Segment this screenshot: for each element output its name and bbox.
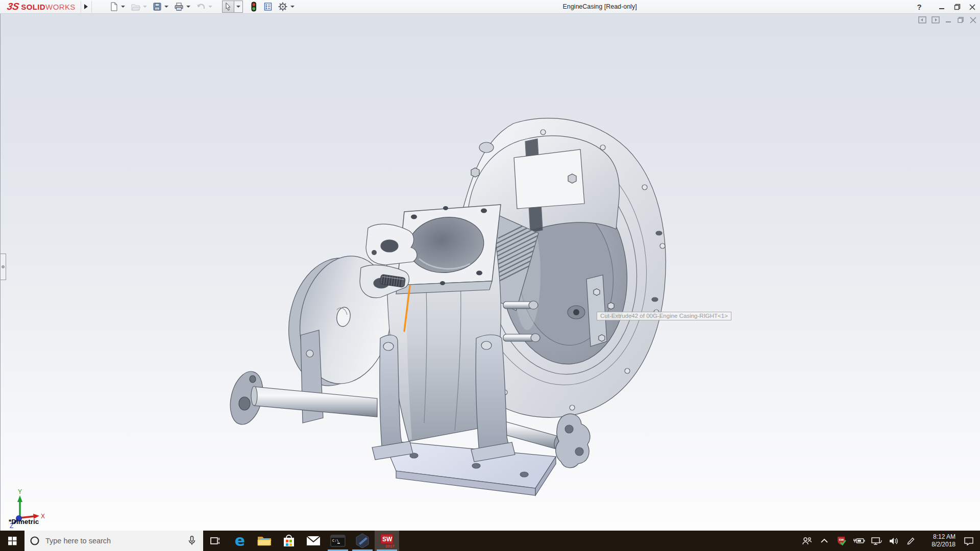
file-properties-button[interactable]	[262, 1, 274, 12]
people-button[interactable]	[798, 531, 816, 551]
rebuild-button[interactable]	[249, 1, 258, 12]
options-gear-icon	[278, 2, 288, 12]
microphone-icon[interactable]	[187, 535, 197, 546]
edge-icon: e	[235, 533, 245, 548]
command-prompt-icon: C:\	[330, 534, 346, 547]
options-dropdown-caret[interactable]	[290, 6, 295, 8]
triad-x-label: X	[41, 513, 45, 520]
windows-ink-button[interactable]	[902, 531, 920, 551]
feature-tooltip: Cut-Extrude42 of 00G-Engine Casing-RIGHT…	[597, 312, 731, 320]
solidworks-logo: 3S SOLID WORKS	[7, 1, 76, 12]
clock-time: 8:12 AM	[933, 533, 955, 541]
quick-access-toolbar	[106, 1, 297, 13]
restore-icon	[954, 4, 961, 10]
feature-tree-collapsed-tab[interactable]	[1, 254, 6, 280]
window-controls: ?	[912, 0, 980, 14]
svg-text:2017: 2017	[385, 544, 395, 548]
svg-text:SW: SW	[382, 536, 393, 543]
open-dropdown-caret	[143, 6, 147, 8]
taskbar-app-store[interactable]	[277, 531, 301, 551]
taskbar-app-file-explorer[interactable]	[252, 531, 277, 551]
minimize-button[interactable]	[934, 0, 949, 14]
app-titlebar: 3S SOLID WORKS E	[0, 0, 980, 14]
edrawings-hexagon-icon	[355, 533, 370, 548]
taskbar-app-edge[interactable]: e	[228, 531, 252, 551]
undo-dropdown-caret	[208, 6, 212, 8]
taskbar-app-command-prompt[interactable]: C:\	[326, 531, 350, 551]
action-center-button[interactable]	[958, 531, 980, 551]
print-button[interactable]	[173, 1, 185, 12]
taskbar-app-edrawings[interactable]	[350, 531, 375, 551]
engine-casing-model[interactable]	[1, 14, 980, 531]
close-icon	[969, 4, 975, 10]
close-button[interactable]	[965, 0, 980, 14]
save-button[interactable]	[152, 1, 163, 12]
undo-icon	[196, 2, 206, 11]
doc-restore-icon[interactable]	[957, 16, 965, 24]
triad-y-label: Y	[18, 488, 22, 495]
new-dropdown-caret[interactable]	[121, 6, 125, 8]
action-center-icon	[964, 536, 974, 545]
undo-button	[195, 1, 207, 12]
ds-logo-mark: 3S	[6, 1, 20, 12]
tab-handle-icon	[2, 265, 5, 268]
taskbar-clock[interactable]: 8:12 AM 8/2/2018	[920, 531, 958, 551]
open-button[interactable]	[130, 1, 141, 12]
start-button[interactable]	[0, 531, 24, 551]
select-button[interactable]	[222, 1, 234, 13]
print-icon	[174, 2, 184, 11]
people-icon	[802, 536, 812, 545]
toolbar-flyout-button[interactable]	[81, 1, 92, 13]
document-window-controls	[918, 16, 977, 24]
sw-shield-check-icon: SW	[836, 535, 847, 546]
taskbar-app-solidworks[interactable]: SW 2017	[375, 531, 399, 551]
network-button[interactable]	[868, 531, 885, 551]
save-icon	[153, 2, 162, 11]
solidworks-resource-monitor[interactable]: SW	[833, 531, 850, 551]
flyout-arrow-icon	[84, 4, 88, 9]
taskbar-app-mail[interactable]	[301, 531, 326, 551]
network-icon	[871, 537, 882, 545]
taskbar-search-box[interactable]: Type here to search	[24, 531, 203, 551]
help-dropdown-caret[interactable]	[927, 0, 934, 14]
model-geometry	[225, 118, 666, 495]
help-button[interactable]: ?	[912, 0, 927, 14]
document-title: EngineCasing [Read-only]	[541, 0, 658, 14]
select-caret-icon	[236, 6, 240, 8]
store-icon	[282, 534, 296, 548]
search-placeholder: Type here to search	[45, 537, 187, 545]
windows-logo-icon	[8, 537, 17, 545]
tray-overflow-button[interactable]	[816, 531, 833, 551]
new-document-icon	[109, 2, 118, 11]
windows-taskbar: Type here to search e	[0, 531, 980, 551]
cortana-icon	[29, 535, 40, 546]
volume-button[interactable]	[885, 531, 902, 551]
restore-button[interactable]	[949, 0, 965, 14]
doc-minimize-icon[interactable]	[945, 16, 952, 24]
battery-button[interactable]	[850, 531, 868, 551]
doc-close-icon[interactable]	[969, 16, 977, 24]
task-view-icon	[210, 536, 220, 545]
chevron-up-icon	[820, 538, 828, 543]
mail-icon	[306, 535, 321, 547]
new-document-button[interactable]	[108, 1, 119, 12]
collapse-right-panel-icon[interactable]	[932, 16, 940, 24]
file-properties-icon	[263, 2, 273, 11]
speaker-icon	[889, 537, 899, 545]
rebuild-traffic-light-icon	[250, 2, 257, 12]
svg-text:C:\: C:\	[332, 539, 339, 543]
svg-text:SW: SW	[839, 538, 844, 541]
save-dropdown-caret[interactable]	[164, 6, 168, 8]
battery-plug-icon	[853, 537, 865, 545]
collapse-left-panel-icon[interactable]	[918, 16, 927, 24]
select-dropdown[interactable]	[234, 1, 243, 13]
graphics-area[interactable]: Cut-Extrude42 of 00G-Engine Casing-RIGHT…	[0, 14, 980, 531]
print-dropdown-caret[interactable]	[186, 6, 190, 8]
options-button[interactable]	[277, 1, 289, 12]
system-tray: SW	[798, 531, 980, 551]
clock-date: 8/2/2018	[932, 541, 955, 548]
file-explorer-icon	[257, 534, 272, 547]
select-cursor-icon	[224, 2, 233, 12]
task-view-button[interactable]	[203, 531, 228, 551]
solidworks-app-icon: SW 2017	[379, 533, 395, 548]
